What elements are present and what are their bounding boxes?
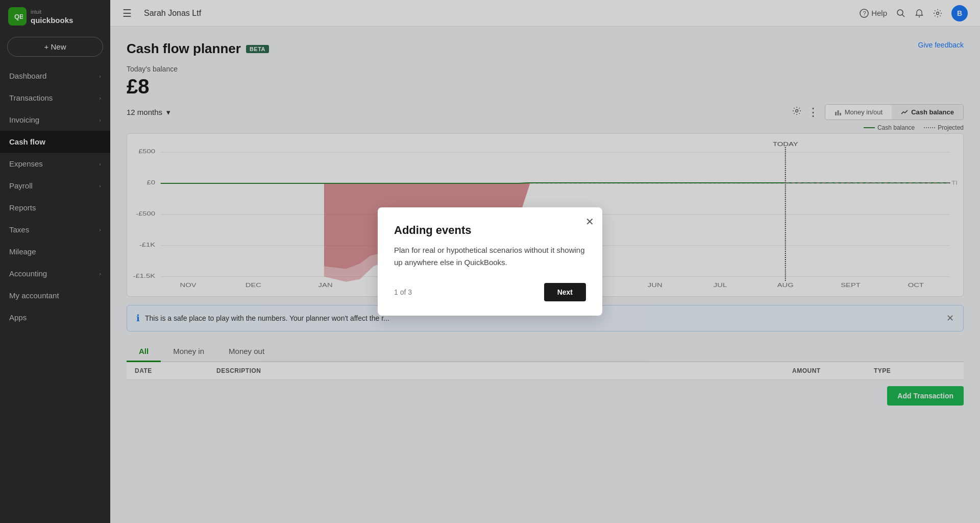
modal-overlay: ✕ Adding events Plan for real or hypothe… [0,0,980,523]
modal-progress: 1 of 3 [394,288,412,296]
modal-body: Plan for real or hypothetical scenarios … [394,244,586,269]
modal-footer: 1 of 3 Next [394,283,586,301]
modal-next-button[interactable]: Next [544,283,586,301]
adding-events-modal: ✕ Adding events Plan for real or hypothe… [378,207,602,316]
modal-title: Adding events [394,224,586,237]
modal-close-button[interactable]: ✕ [585,216,594,228]
